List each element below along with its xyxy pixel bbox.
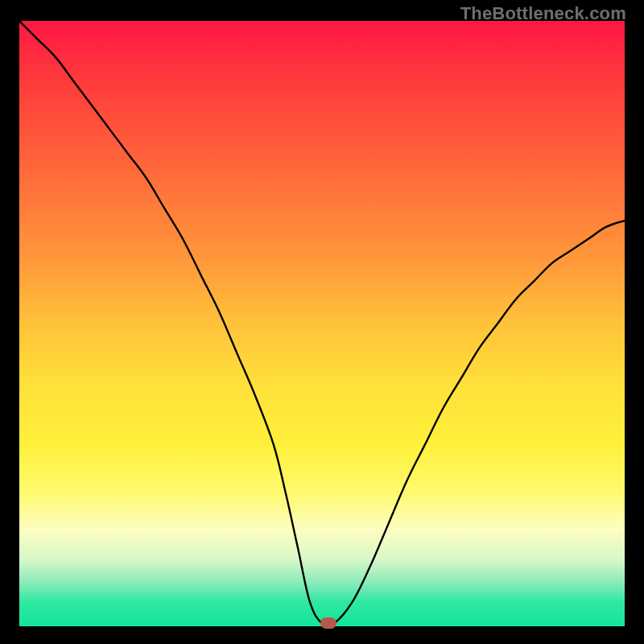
bottleneck-curve — [19, 21, 625, 626]
minimum-marker — [320, 617, 336, 629]
plot-area — [19, 21, 625, 626]
chart-frame: TheBottleneck.com — [0, 0, 644, 644]
